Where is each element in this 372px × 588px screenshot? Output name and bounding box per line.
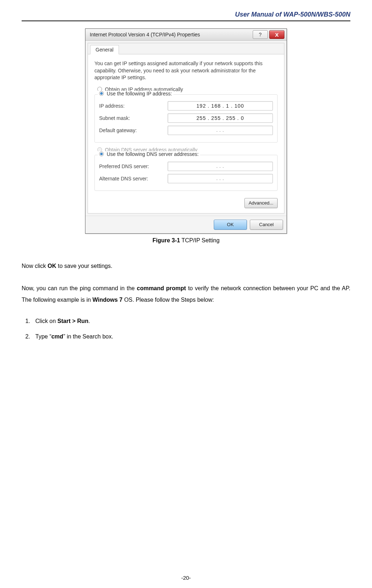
dns-fieldset: Use the following DNS server addresses: … [94,155,278,191]
doc-header-title: User Manual of WAP-500N/WBS-500N [22,11,350,21]
figure-caption: Figure 3-1 TCP/IP Setting [22,237,350,244]
paragraph-ping: Now, you can run the ping command in the… [22,283,350,306]
default-gateway-input[interactable]: . . . [168,126,273,135]
advanced-button[interactable]: Advanced... [244,198,278,208]
tcpip-properties-dialog: Internet Protocol Version 4 (TCP/IPv4) P… [85,28,287,234]
preferred-dns-input[interactable]: . . . [168,162,273,171]
page-number: -20- [0,575,372,581]
radio-label[interactable]: Use the following DNS server addresses: [107,151,199,157]
figure-label: Figure 3-1 [152,237,180,243]
ip-address-label: IP address: [99,103,168,109]
ip-fieldset: Use the following IP address: IP address… [94,94,278,143]
radio-label[interactable]: Use the following IP address: [107,91,172,96]
dialog-title: Internet Protocol Version 4 (TCP/IPv4) P… [88,30,202,39]
cancel-button[interactable]: Cancel [250,220,283,230]
subnet-mask-label: Subnet mask: [99,115,168,121]
header-rule [22,21,350,21]
help-icon[interactable]: ? [253,30,268,39]
ip-address-input[interactable]: 192 . 168 . 1 . 100 [168,101,273,111]
dialog-explain-text: You can get IP settings assigned automat… [94,60,278,81]
step-2: Type “cmd” in the Search box. [32,332,350,341]
alternate-dns-input[interactable]: . . . [168,174,273,183]
close-icon[interactable]: X [269,30,284,39]
radio-icon[interactable] [99,152,104,156]
default-gateway-label: Default gateway: [99,127,168,133]
dialog-titlebar: Internet Protocol Version 4 (TCP/IPv4) P… [85,29,287,41]
tab-general[interactable]: General [90,45,119,54]
ok-button[interactable]: OK [214,220,247,230]
figure-caption-text: TCP/IP Setting [180,237,220,243]
preferred-dns-label: Preferred DNS server: [99,163,168,169]
alternate-dns-label: Alternate DNS server: [99,176,168,181]
step-1: Click on Start > Run. [32,317,350,326]
steps-list: Click on Start > Run. Type “cmd” in the … [22,317,350,341]
subnet-mask-input[interactable]: 255 . 255 . 255 . 0 [168,113,273,123]
radio-icon[interactable] [99,91,104,96]
paragraph-click-ok: Now click OK to save your settings. [22,260,350,272]
